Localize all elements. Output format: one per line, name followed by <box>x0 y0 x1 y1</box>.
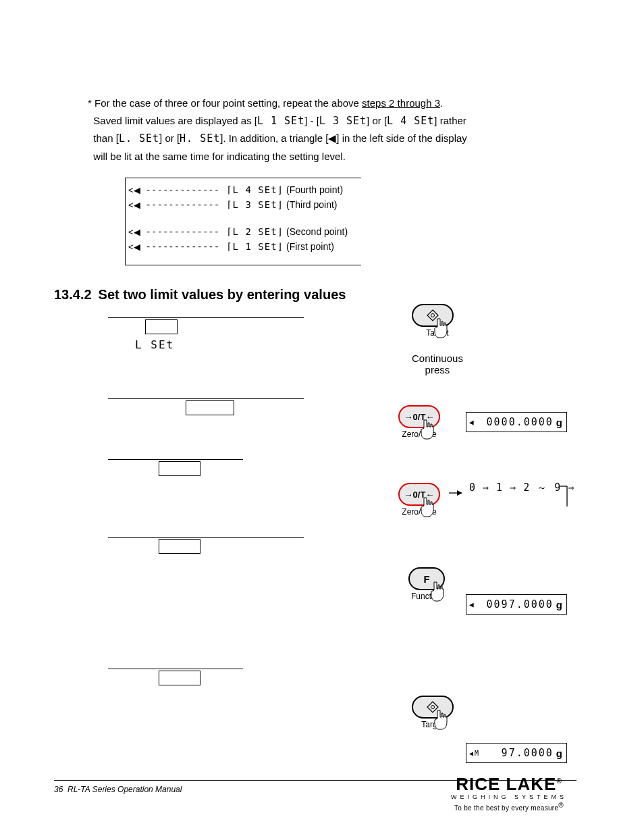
step-box <box>159 461 200 476</box>
f-key-text: F <box>423 573 429 585</box>
dashes: ------------- <box>146 241 220 252</box>
lcd-value: 97.0000 <box>502 747 554 759</box>
intro-line1a: For the case of three or four point sett… <box>95 97 362 109</box>
section-heading: 13.4.2Set two limit values by entering v… <box>54 287 346 303</box>
memory-icon: ◀M <box>469 750 480 757</box>
digit-sequence: 0 ⇒ 1 ⇒ 2 ～ 9 ⇒ <box>469 481 574 494</box>
lcd-value: 0097.0000 <box>487 598 554 610</box>
step-5 <box>108 669 243 685</box>
intro-line2a: Saved limit values are displayed as [ <box>93 115 257 126</box>
seg-l4: L 4 SEt <box>387 115 434 127</box>
diagram-label: (Second point) <box>286 226 348 237</box>
step-box <box>186 400 234 415</box>
seg-h: H. SEt <box>180 132 220 145</box>
target-key <box>412 304 454 327</box>
lcd-unit: g <box>556 599 562 610</box>
rule <box>108 317 304 318</box>
continuous-text: Continuous <box>412 353 463 364</box>
step-box <box>159 671 200 685</box>
rule <box>108 669 243 669</box>
rule <box>108 398 304 399</box>
intro-paragraph: * For the case of three or four point se… <box>88 95 574 165</box>
diagram-row-2: <◀ ------------- ⌈L 2 SEt⌋ (Second point… <box>128 224 361 239</box>
intro-line3b: ] or [ <box>159 132 180 144</box>
triangle-icon: ◀ <box>469 600 475 609</box>
lcd-value: 0000.0000 <box>487 416 554 428</box>
heading-title: Set two limit values by entering values <box>99 287 346 302</box>
logo-sub: WEIGHING SYSTEMS <box>441 793 576 800</box>
hand-icon <box>433 317 454 342</box>
intro-line2b: ] - [ <box>304 115 319 126</box>
function-key: F <box>408 567 445 590</box>
heading-number: 13.4.2 <box>54 287 92 302</box>
intro-line1c: . <box>440 97 443 109</box>
lcd-unit: g <box>556 417 562 428</box>
step-4 <box>108 537 304 554</box>
zero-tare-key: →0/T← <box>398 405 440 428</box>
rule <box>108 459 243 460</box>
triangle-icon: ◀ <box>469 418 475 427</box>
svg-marker-3 <box>457 490 462 496</box>
diagram-row-3: <◀ ------------- ⌈L 3 SEt⌋ (Third point) <box>128 197 361 212</box>
seg-l: L. SEt <box>119 132 159 145</box>
seg-text: ⌈L 2 SEt⌋ <box>226 226 284 237</box>
press-text: press <box>412 364 463 375</box>
page-number: 36 <box>54 785 63 794</box>
diagram-row-1: <◀ ------------- ⌈L 1 SEt⌋ (First point) <box>128 239 361 254</box>
target-key <box>412 696 454 719</box>
seg-l3: L 3 SEt <box>319 115 367 127</box>
step-box <box>145 319 178 334</box>
intro-line3a: than [ <box>93 132 119 144</box>
step-box <box>159 539 200 554</box>
logo-tagline: To be the best by every measure® <box>441 802 576 812</box>
seg-text: ⌈L 1 SEt⌋ <box>226 241 284 252</box>
svg-point-1 <box>431 314 435 317</box>
dashes: ------------- <box>146 199 220 210</box>
step-1: L SEt <box>108 317 304 351</box>
il-zero-1: →0/T← Zero/Tare <box>398 405 440 439</box>
lcd-unit: g <box>556 748 562 759</box>
logo-main: RICE LAKE® <box>441 777 576 792</box>
il-target-2: Target <box>412 696 454 729</box>
seg-text: ⌈L 3 SEt⌋ <box>226 199 284 210</box>
registered-icon: ® <box>558 802 564 809</box>
step-3 <box>108 459 243 476</box>
seg-text: ⌈L 4 SEt⌋ <box>226 184 284 195</box>
intro-line2d: ] rather <box>434 115 466 126</box>
intro-line4: will be lit at the same time for indicat… <box>93 151 346 162</box>
lcd-display-1: ◀ 0000.0000 g <box>466 412 567 432</box>
hand-icon <box>433 709 454 733</box>
il-zero-2: →0/T← Zero/Tare <box>398 483 440 517</box>
zero-tare-key: →0/T← <box>398 483 440 506</box>
lset-display: L SEt <box>135 338 304 351</box>
logo-tag-text: To be the best by every measure <box>454 805 558 812</box>
triangle-icon: <◀ <box>128 242 140 252</box>
lcd-display-4: ◀M 97.0000 g <box>466 743 567 763</box>
svg-point-7 <box>431 706 435 709</box>
dashes: ------------- <box>146 226 220 237</box>
diagram-label: (Third point) <box>286 199 337 210</box>
step-2 <box>108 398 304 415</box>
dashes: ------------- <box>146 184 220 195</box>
triangle-icon: <◀ <box>128 185 140 195</box>
level-diagram: <◀ ------------- ⌈L 4 SEt⌋ (Fourth point… <box>125 178 361 265</box>
diagram-label: (Fourth point) <box>286 184 343 195</box>
triangle-icon: <◀ <box>128 200 140 210</box>
logo-main-text: RICE LAKE <box>456 774 556 794</box>
intro-line2c: ] or [ <box>367 115 387 126</box>
diagram-row-4: <◀ ------------- ⌈L 4 SEt⌋ (Fourth point… <box>128 182 361 197</box>
triangle-icon: <◀ <box>128 227 140 237</box>
manual-title: RL-TA Series Operation Manual <box>68 785 182 794</box>
page: * For the case of three or four point se… <box>0 0 644 834</box>
footer-text: 36 RL-TA Series Operation Manual <box>54 785 182 794</box>
intro-steps-link: steps 2 through 3 <box>362 97 440 109</box>
asterisk: * <box>88 97 92 109</box>
brand-logo: RICE LAKE® WEIGHING SYSTEMS To be the be… <box>441 777 576 812</box>
rule <box>108 537 304 538</box>
registered-icon: ® <box>556 777 562 785</box>
il-function: F Function <box>408 567 445 601</box>
il-target-1: Target Continuous press <box>412 304 463 375</box>
hand-icon <box>430 581 450 605</box>
hand-icon <box>420 496 440 521</box>
lcd-display-3: ◀ 0097.0000 g <box>466 594 567 615</box>
